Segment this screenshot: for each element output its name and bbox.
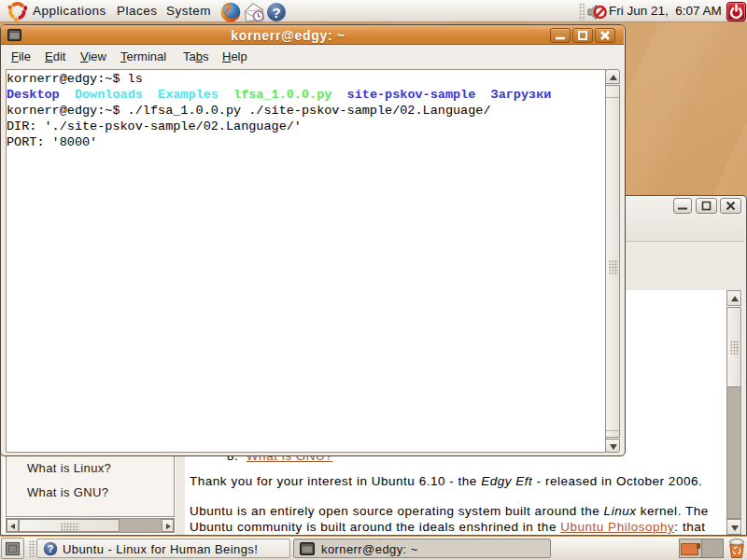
svg-text:?: ? [47, 543, 53, 554]
svg-text:?: ? [272, 5, 280, 21]
